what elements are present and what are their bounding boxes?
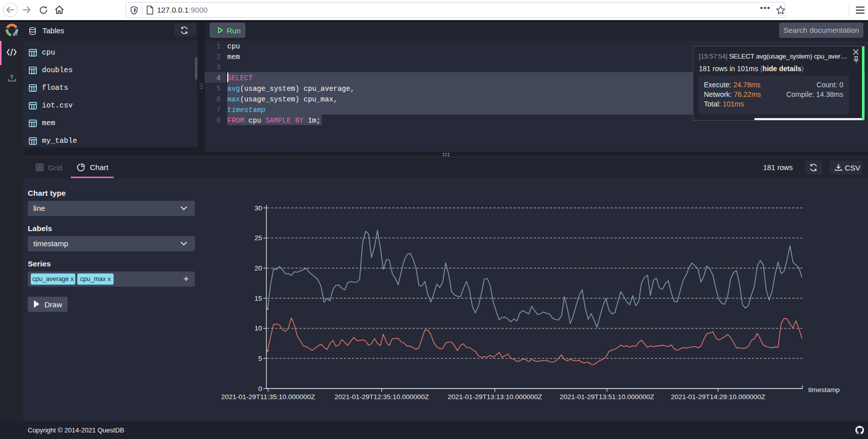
svg-text:2021-01-29T14:29:10.000000Z: 2021-01-29T14:29:10.000000Z	[671, 393, 765, 401]
svg-text:2021-01-29T13:51:10.000000Z: 2021-01-29T13:51:10.000000Z	[560, 393, 654, 401]
svg-text:2021-01-29T13:13:10.000000Z: 2021-01-29T13:13:10.000000Z	[448, 393, 542, 401]
svg-text:25: 25	[254, 234, 262, 242]
svg-text:2021-01-29T12:35:10.000000Z: 2021-01-29T12:35:10.000000Z	[335, 393, 429, 401]
svg-text:5: 5	[258, 355, 262, 362]
svg-text:30: 30	[254, 204, 262, 212]
svg-text:20: 20	[254, 264, 262, 272]
svg-text:10: 10	[254, 324, 262, 332]
svg-text:2021-01-29T11:35:10.000000Z: 2021-01-29T11:35:10.000000Z	[221, 393, 315, 401]
svg-text:timestamp: timestamp	[808, 386, 840, 394]
svg-text:15: 15	[254, 295, 262, 302]
svg-text:0: 0	[258, 385, 262, 393]
